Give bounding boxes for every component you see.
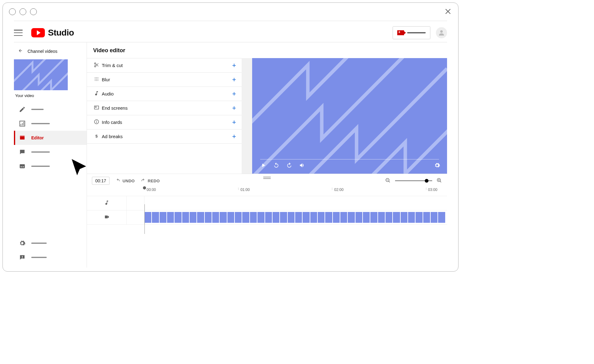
close-icon[interactable] [444, 7, 452, 16]
svg-rect-4 [23, 167, 24, 167]
svg-point-12 [95, 79, 95, 79]
sidebar-item-analytics[interactable] [14, 116, 87, 131]
play-icon[interactable] [260, 162, 266, 169]
ruler-tick: 02:00 [332, 188, 343, 190]
timeline-ruler[interactable]: 00:00 01:00 02:00 03:00 [87, 188, 447, 196]
forward-10-icon[interactable] [286, 162, 292, 169]
placeholder-line [407, 32, 426, 33]
ruler-tick: 01:00 [238, 188, 250, 190]
svg-point-9 [95, 77, 95, 78]
feedback-icon [19, 254, 26, 261]
sidebar-item-subtitles[interactable] [14, 159, 87, 173]
create-button[interactable] [393, 26, 430, 39]
zoom-slider[interactable] [395, 180, 432, 181]
endscreen-icon [94, 105, 102, 111]
sidebar-item-settings[interactable] [14, 236, 87, 250]
comments-icon [19, 149, 26, 155]
player-settings-icon[interactable] [434, 162, 440, 169]
app-window: Studio Channel videos [2, 2, 458, 272]
window-dot[interactable] [19, 8, 26, 15]
window-dot[interactable] [9, 8, 16, 15]
add-icon[interactable]: + [232, 104, 236, 112]
add-icon[interactable]: + [232, 90, 236, 98]
zoom-in-icon[interactable] [437, 178, 442, 184]
svg-point-17 [97, 80, 98, 81]
window-dot[interactable] [30, 8, 37, 15]
timeline: 00:17 UNDO REDO [87, 174, 447, 225]
tool-row-audio[interactable]: Audio + [87, 87, 242, 101]
tool-row-endscreens[interactable]: End screens + [87, 101, 242, 115]
timeline-track-audio[interactable] [87, 196, 447, 210]
tool-row-trim[interactable]: Trim & cut + [87, 58, 242, 73]
timecode-input[interactable]: 00:17 [92, 177, 110, 185]
undo-button[interactable]: UNDO [115, 178, 135, 184]
add-icon[interactable]: + [232, 61, 236, 70]
sidebar-item-editor[interactable]: Editor [14, 131, 87, 145]
tool-row-infocards[interactable]: Info cards + [87, 115, 242, 129]
svg-rect-21 [96, 121, 97, 123]
your-video-label: Your video [15, 93, 87, 98]
subtitles-icon [19, 163, 26, 170]
app-header: Studio [3, 23, 458, 42]
svg-rect-6 [22, 258, 23, 258]
tools-list: Trim & cut + Blur + Audio + [87, 58, 242, 174]
svg-rect-26 [263, 178, 271, 179]
add-icon[interactable]: + [232, 76, 236, 84]
svg-rect-5 [22, 256, 23, 257]
placeholder-line [31, 243, 47, 244]
page-title: Video editor [87, 42, 447, 58]
add-icon[interactable]: + [232, 133, 236, 141]
avatar[interactable] [436, 27, 447, 38]
svg-rect-3 [21, 167, 22, 167]
redo-label: REDO [148, 179, 160, 183]
volume-icon[interactable] [299, 162, 305, 169]
youtube-icon [31, 28, 45, 37]
svg-text:$: $ [95, 134, 98, 138]
pencil-icon [19, 106, 26, 113]
tool-label: Ad breaks [102, 134, 123, 139]
seek-bar[interactable] [260, 159, 439, 159]
ruler-tick: 03:00 [426, 188, 437, 190]
tool-label: Blur [102, 77, 110, 82]
arrow-left-icon [17, 48, 23, 54]
add-icon[interactable]: + [232, 118, 236, 126]
video-thumbnail[interactable] [14, 59, 68, 90]
svg-point-16 [96, 80, 97, 81]
video-preview[interactable] [252, 58, 447, 174]
placeholder-line [31, 123, 50, 124]
hamburger-icon[interactable] [14, 30, 23, 36]
gear-icon [19, 240, 26, 247]
analytics-icon [19, 120, 26, 127]
tool-label: Audio [102, 91, 114, 96]
svg-point-15 [95, 80, 95, 81]
window-chrome [3, 3, 458, 21]
info-icon [94, 119, 102, 125]
music-note-icon [94, 91, 102, 97]
camera-plus-icon [397, 30, 404, 35]
tool-label: Trim & cut [102, 63, 123, 68]
redo-button[interactable]: REDO [140, 178, 160, 184]
back-label: Channel videos [28, 49, 58, 54]
sidebar-item-comments[interactable] [14, 145, 87, 159]
editor-icon [19, 134, 26, 141]
sidebar-item-details[interactable] [14, 102, 87, 116]
placeholder-line [31, 166, 50, 167]
timeline-track-video[interactable] [87, 210, 447, 225]
brand-logo[interactable]: Studio [31, 28, 74, 38]
playhead[interactable] [144, 188, 148, 190]
sidebar-item-feedback[interactable] [14, 250, 87, 265]
zoom-out-icon[interactable] [385, 178, 391, 184]
drag-handle-icon[interactable] [263, 176, 271, 180]
music-note-icon [104, 200, 110, 206]
dollar-icon: $ [94, 133, 102, 140]
tool-row-adbreaks[interactable]: $ Ad breaks + [87, 129, 242, 144]
back-to-channel-videos[interactable]: Channel videos [14, 45, 87, 57]
svg-rect-19 [95, 107, 97, 108]
tool-row-blur[interactable]: Blur + [87, 73, 242, 87]
main-content: Video editor Trim & cut + Blur + [87, 42, 447, 268]
replay-10-icon[interactable] [273, 162, 279, 169]
svg-point-14 [97, 79, 98, 79]
svg-rect-22 [96, 121, 97, 121]
placeholder-line [31, 109, 44, 110]
video-clip-strip[interactable] [144, 212, 445, 223]
